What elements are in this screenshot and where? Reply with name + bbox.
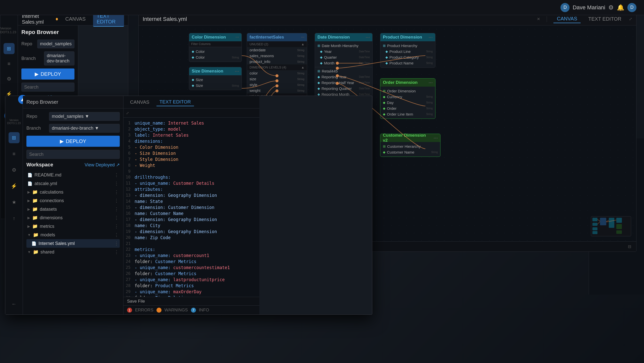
front-sidebar-icon-arrow[interactable]: ←: [9, 298, 20, 309]
repo-value[interactable]: model_samples: [37, 40, 74, 48]
front-window: ▲ Version DOT3.1.23 ⊞ ≡ ⚙ ⚡ ★ ↑ ← Repo B…: [5, 96, 372, 315]
node-fact-expand-unused[interactable]: ▲: [301, 42, 304, 46]
node-fact-dim-label: DIMENSION LEVELS (4): [250, 65, 286, 69]
front-file-menu-conn[interactable]: ⋮: [114, 198, 119, 203]
node-product-header: Product Dimension ⋯: [380, 33, 435, 41]
front-folder-icon-dim: 📁: [32, 215, 38, 221]
sidebar-icon-grid[interactable]: ⊞: [4, 43, 15, 54]
front-file-name-is: Internet Sales.yml: [38, 241, 75, 246]
node-date-close[interactable]: ⋯: [366, 35, 370, 40]
node-order-row-day: ◆ Day String: [380, 100, 435, 105]
front-repo-value[interactable]: model_samples ▼: [49, 112, 120, 121]
front-repo-panel: Repo Browser Repo model_samples ▼ Branch…: [23, 96, 124, 314]
node-order-header: Order Dimension ⋯: [380, 79, 435, 87]
front-sidebar-icon-star[interactable]: ★: [9, 197, 20, 208]
code-line-10: 10 drillthroughs:: [124, 174, 259, 180]
front-file-menu-atscale[interactable]: ⋮: [114, 181, 119, 186]
node-size-close[interactable]: ⋯: [235, 69, 239, 74]
front-search-input[interactable]: [26, 150, 120, 159]
node-color-close[interactable]: ⋯: [235, 35, 239, 39]
front-file-menu-shared[interactable]: ⋮: [114, 249, 119, 255]
profile-icon[interactable]: D: [627, 3, 636, 12]
front-sidebar-icon-plug[interactable]: ⚡: [9, 180, 20, 192]
code-line-18: 18 name: City: [124, 223, 259, 229]
tab-canvas[interactable]: CANVAS: [553, 15, 581, 23]
node-order-row-order: ◆ Order String: [380, 105, 435, 111]
front-file-menu-dim[interactable]: ⋮: [114, 215, 119, 221]
code-line-11: 11 - unique_name: Customer Details: [124, 180, 259, 186]
node-customer-close[interactable]: ⋯: [433, 135, 438, 141]
front-sidebar-icon-layers[interactable]: ≡: [9, 148, 20, 159]
settings-icon[interactable]: ⚙: [608, 4, 614, 11]
front-branch-value[interactable]: dmariani-dev-branch ▼: [49, 124, 120, 133]
sidebar-icon-settings[interactable]: ⚙: [4, 73, 15, 84]
canvas-minimize[interactable]: ⊟: [628, 244, 631, 249]
svg-rect-13: [616, 218, 622, 223]
front-sidebar: ▲ Version DOT3.1.23 ⊞ ≡ ⚙ ⚡ ★ ↑ ←: [5, 96, 23, 314]
front-file-internet-sales[interactable]: 📄 Internet Sales.yml ⋮: [26, 239, 120, 248]
node-product-category-type: String: [426, 56, 433, 59]
node-product-icon-category: ◆: [385, 55, 388, 59]
node-product-body: ⊞ Product Hierarchy ◆ Product Line Strin…: [380, 41, 435, 67]
sidebar-icon-layers[interactable]: ≡: [4, 58, 15, 69]
front-sidebar-icon-grid[interactable]: ⊞: [9, 132, 20, 143]
front-folder-dimensions[interactable]: ▶ 📁 dimensions ⋮: [26, 213, 120, 222]
tab-canvas-back[interactable]: CANVAS: [62, 15, 89, 23]
front-file-menu-met[interactable]: ⋮: [114, 224, 119, 229]
node-fact-expand-dim[interactable]: ▲: [301, 65, 304, 69]
node-product-label-category: Product Category: [389, 55, 419, 59]
canvas-maximize[interactable]: ⤢: [629, 17, 632, 21]
node-date-year-type: DateTime: [359, 50, 370, 53]
node-order-close[interactable]: ⋯: [428, 80, 433, 85]
front-folder-calculations[interactable]: ▶ 📁 calculations ⋮: [26, 188, 120, 196]
node-size-icon-2: ◆: [192, 84, 194, 87]
node-date-icon-month: ◆: [320, 61, 323, 65]
front-file-menu-calc[interactable]: ⋮: [114, 189, 119, 195]
front-deploy-icon: ▶: [60, 138, 64, 144]
node-product-close[interactable]: ⋯: [428, 35, 433, 40]
tab-texteditor[interactable]: TEXT EDITOR: [585, 15, 625, 23]
node-order-label-lineitem: Order Line Item: [387, 112, 413, 116]
node-date-row-rephalf: ◆ Reporting Half Year DateTime: [315, 80, 372, 86]
front-folder-connections[interactable]: ▶ 📁 connections ⋮: [26, 196, 120, 205]
front-file-menu-readme[interactable]: ⋮: [114, 172, 119, 178]
node-fact-close[interactable]: ⋯: [301, 35, 304, 39]
node-date-divider: [315, 67, 372, 67]
front-folder-name-shared: shared: [41, 249, 54, 255]
front-warnings-label: WARNINGS: [165, 308, 188, 313]
node-date-label-repyear: Reporting Year: [321, 75, 346, 79]
tab-canvas-front[interactable]: CANVAS: [127, 98, 152, 106]
node-color-label-2: Color: [196, 55, 205, 59]
front-file-menu-is[interactable]: ⋮: [114, 241, 119, 246]
front-file-atscale[interactable]: 📄 atscale.yml ⋮: [26, 179, 120, 188]
notifications-icon[interactable]: 🔔: [617, 4, 624, 11]
branch-value[interactable]: dmariani-dev-branch: [44, 51, 74, 65]
save-file-bar[interactable]: Save File: [124, 297, 259, 305]
node-order-row-dim: ⊞ Order Dimension: [380, 88, 435, 94]
front-folder-metrics[interactable]: ▶ 📁 metrics ⋮: [26, 222, 120, 231]
node-date-row-month: ◆ Month DateTime: [315, 60, 372, 66]
front-file-menu-mod[interactable]: ⋮: [114, 232, 119, 238]
node-order-row-lineitem: ◆ Order Line Item String: [380, 111, 435, 117]
front-folder-models[interactable]: ▼ 📁 models ⋮: [26, 231, 120, 239]
version-back: Version DOT3.1.23: [0, 26, 18, 34]
node-product-line-type: String: [426, 50, 433, 53]
front-file-menu-data[interactable]: ⋮: [114, 206, 119, 212]
node-color-type-2: String: [232, 56, 239, 59]
front-folder-shared[interactable]: ▼ 📁 shared ⋮: [26, 248, 120, 256]
canvas-close-icon[interactable]: ✕: [537, 17, 540, 21]
repo-row: Repo model_samples: [21, 40, 74, 48]
front-folder-datasets[interactable]: ▶ 📁 datasets ⋮: [26, 205, 120, 213]
front-sidebar-icon-share[interactable]: ↑: [9, 213, 20, 224]
front-sidebar-icon-settings[interactable]: ⚙: [9, 164, 20, 175]
deploy-button[interactable]: ▶ DEPLOY: [21, 68, 74, 80]
front-file-readme[interactable]: 📄 README.md ⋮: [26, 171, 120, 179]
topbar: D Dave Mariani ⚙ 🔔 D: [0, 0, 644, 15]
tab-texteditor-front[interactable]: TEXT EDITOR: [156, 98, 194, 106]
front-workspace-label: Workspace: [26, 162, 53, 168]
node-fact-unused-label: UNUSED (2): [250, 42, 268, 46]
node-product-label-name: Product Name: [389, 61, 414, 65]
front-view-deployed[interactable]: View Deployed ↗: [85, 162, 120, 168]
front-deploy-button[interactable]: ▶ DEPLOY: [26, 136, 120, 147]
search-input[interactable]: [21, 83, 74, 92]
